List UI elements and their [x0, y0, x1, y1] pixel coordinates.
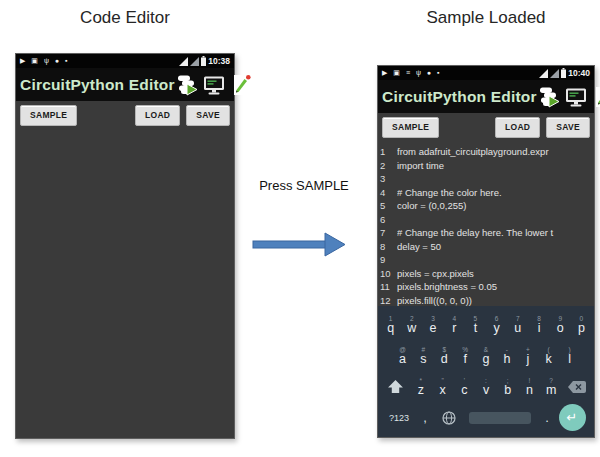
- app-bar: CircuitPython Editor: [378, 80, 594, 113]
- key-i[interactable]: 8i: [528, 315, 549, 335]
- code-line: 6: [380, 213, 594, 227]
- key-p[interactable]: 0p: [571, 315, 592, 335]
- serial-console-icon[interactable]: [202, 73, 226, 97]
- status-icons-left: ▶ ▣ ≡ ψ ● ▪: [382, 69, 442, 77]
- load-button[interactable]: LOAD: [495, 117, 540, 138]
- key-k[interactable]: (k: [538, 346, 559, 366]
- code-line: 1from adafruit_circuitplayground.expr: [380, 145, 594, 159]
- key-r[interactable]: 4r: [444, 315, 465, 335]
- run-script-icon[interactable]: [537, 85, 561, 109]
- code-line: 3: [380, 172, 594, 186]
- line-code: pixels = cpx.pixels: [397, 268, 594, 279]
- shift-icon: [388, 380, 403, 393]
- key-y[interactable]: 6y: [486, 315, 507, 335]
- key-q[interactable]: 1q: [380, 315, 401, 335]
- line-number: 5: [380, 200, 397, 211]
- run-script-icon[interactable]: [175, 73, 199, 97]
- line-code: import time: [397, 160, 594, 171]
- serial-console-icon[interactable]: [564, 85, 588, 109]
- globe-key[interactable]: [436, 411, 462, 425]
- line-number: 2: [380, 160, 397, 171]
- load-button[interactable]: LOAD: [135, 105, 180, 126]
- key-c[interactable]: 'c: [453, 377, 475, 397]
- code-line: 5color = (0,0,255): [380, 199, 594, 213]
- key-z[interactable]: *z: [410, 377, 432, 397]
- key-u[interactable]: 7u: [507, 315, 528, 335]
- code-editor-area[interactable]: 1from adafruit_circuitplayground.expr 2i…: [378, 141, 594, 306]
- key-t[interactable]: 5t: [465, 315, 486, 335]
- line-number: 4: [380, 187, 397, 198]
- backspace-icon: [568, 381, 586, 393]
- key-a[interactable]: @a: [392, 346, 413, 366]
- code-line: 12pixels.fill((0, 0, 0)): [380, 294, 594, 307]
- enter-icon: ↵: [559, 404, 586, 431]
- status-bar: ▶ ▣ ψ ● ▪ 10:38: [16, 54, 234, 68]
- code-line: 8delay = 50: [380, 240, 594, 254]
- code-line: 2import time: [380, 159, 594, 173]
- code-editor-area[interactable]: [16, 129, 234, 438]
- enter-key[interactable]: ↵: [556, 404, 588, 431]
- clock: 10:40: [568, 68, 590, 78]
- code-line: 11pixels.brightness = 0.05: [380, 280, 594, 294]
- key-m[interactable]: ?m: [540, 377, 562, 397]
- line-number: 1: [380, 146, 397, 157]
- sample-button[interactable]: SAMPLE: [382, 117, 439, 138]
- code-line: 10pixels = cpx.pixels: [380, 267, 594, 281]
- caption-sample-loaded: Sample Loaded: [377, 8, 595, 28]
- editor-toolbar: SAMPLE LOAD SAVE: [16, 101, 234, 129]
- key-l[interactable]: )l: [559, 346, 580, 366]
- key-o[interactable]: 9o: [550, 315, 571, 335]
- line-number: 8: [380, 241, 397, 252]
- shift-key[interactable]: [380, 380, 410, 393]
- code-line: 7# Change the delay here. The lower t: [380, 226, 594, 240]
- line-code: color = (0,0,255): [397, 200, 594, 211]
- editor-toolbar: SAMPLE LOAD SAVE: [378, 113, 594, 141]
- key-w[interactable]: 2w: [401, 315, 422, 335]
- line-number: 6: [380, 214, 397, 225]
- line-number: 10: [380, 268, 397, 279]
- key-x[interactable]: "x: [432, 377, 454, 397]
- signal-icon: [190, 57, 199, 66]
- key-j[interactable]: +j: [517, 346, 538, 366]
- line-number: 11: [380, 281, 397, 292]
- backspace-key[interactable]: [562, 381, 592, 393]
- onscreen-keyboard: 1q 2w 3e 4r 5t 6y 7u 8i 9o 0p @a #s $d %…: [378, 306, 594, 437]
- signal-icon: [550, 69, 559, 78]
- code-line: 9: [380, 253, 594, 267]
- edit-document-icon[interactable]: [229, 73, 253, 97]
- key-f[interactable]: %f: [455, 346, 476, 366]
- status-icons-left: ▶ ▣ ψ ● ▪: [20, 57, 69, 65]
- save-button[interactable]: SAVE: [186, 105, 230, 126]
- space-key[interactable]: [469, 412, 531, 424]
- key-g[interactable]: &g: [476, 346, 497, 366]
- wifi-icon: [179, 57, 188, 66]
- press-sample-label: Press SAMPLE: [243, 178, 365, 193]
- clock: 10:38: [208, 56, 230, 66]
- key-v[interactable]: :v: [475, 377, 497, 397]
- line-code: pixels.brightness = 0.05: [397, 281, 594, 292]
- caption-code-editor: Code Editor: [15, 8, 235, 28]
- line-code: # Change the delay here. The lower t: [397, 227, 594, 238]
- key-n[interactable]: !n: [519, 377, 541, 397]
- key-b[interactable]: ;b: [497, 377, 519, 397]
- status-bar: ▶ ▣ ≡ ψ ● ▪ 10:40: [378, 66, 594, 80]
- key-e[interactable]: 3e: [422, 315, 443, 335]
- save-button[interactable]: SAVE: [546, 117, 590, 138]
- key-s[interactable]: #s: [413, 346, 434, 366]
- wifi-icon: [539, 69, 548, 78]
- line-code: # Change the color here.: [397, 187, 594, 198]
- key-h[interactable]: -h: [496, 346, 517, 366]
- app-bar: CircuitPython Editor: [16, 68, 234, 101]
- globe-icon: [442, 411, 456, 425]
- line-number: 3: [380, 173, 397, 184]
- symbols-key[interactable]: ?123: [384, 413, 414, 423]
- phone-screenshot-right: ▶ ▣ ≡ ψ ● ▪ 10:40 CircuitPython Editor: [377, 65, 595, 438]
- period-key[interactable]: .: [538, 410, 556, 425]
- edit-document-icon[interactable]: [591, 85, 600, 109]
- sample-button[interactable]: SAMPLE: [20, 105, 77, 126]
- battery-icon: [201, 56, 206, 66]
- code-line: 4# Change the color here.: [380, 186, 594, 200]
- line-code: from adafruit_circuitplayground.expr: [397, 146, 594, 157]
- key-d[interactable]: $d: [434, 346, 455, 366]
- comma-key[interactable]: ,: [414, 410, 436, 425]
